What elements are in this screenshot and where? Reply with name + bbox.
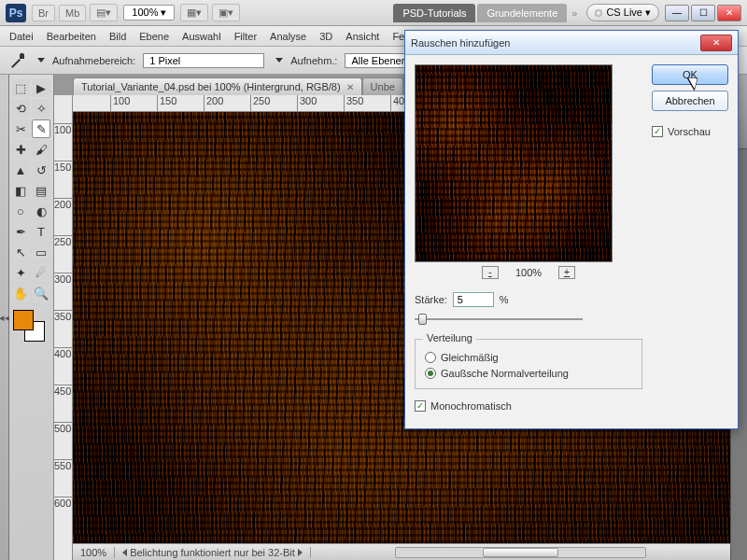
sample-layers-label: Aufnehm.: (290, 55, 337, 66)
zoom-level-select[interactable]: 100% ▾ (123, 5, 175, 21)
screen-mode-button[interactable]: ▣▾ (212, 4, 240, 21)
move-tool-icon[interactable]: ⬚ (11, 78, 30, 97)
marquee-tool-icon[interactable]: ▶ (32, 78, 50, 97)
caret-down-icon[interactable] (275, 58, 283, 63)
menu-bearbeiten[interactable]: Bearbeiten (47, 31, 96, 42)
brush-tool-icon[interactable]: 🖌 (32, 140, 50, 159)
strength-slider[interactable] (415, 313, 583, 326)
close-tab-icon[interactable]: ✕ (346, 82, 354, 92)
tool-preset-dropdown-icon[interactable] (37, 58, 45, 63)
dodge-tool-icon[interactable]: ◐ (32, 202, 50, 220)
preview-checkbox-row[interactable]: ✓ Vorschau (652, 126, 728, 137)
distribution-legend: Verteilung (423, 332, 476, 343)
path-select-tool-icon[interactable]: ↖ (11, 243, 30, 261)
window-close-button[interactable]: ✕ (717, 5, 741, 21)
type-tool-icon[interactable]: T (32, 222, 50, 241)
cs-live-status-icon (595, 9, 602, 17)
sample-size-select[interactable]: 1 Pixel (143, 53, 264, 68)
view-extras-button[interactable]: ▤▾ (90, 4, 118, 21)
zoom-out-button[interactable]: - (482, 266, 499, 279)
eyedropper-tool-icon[interactable]: ✎ (32, 119, 50, 138)
menu-datei[interactable]: Datei (9, 31, 34, 42)
status-bar: 100% Belichtung funktioniert nur bei 32-… (73, 543, 730, 560)
document-tab-active[interactable]: Tutorial_Variante_04.psd bei 100% (Hinte… (73, 77, 362, 95)
status-zoom[interactable]: 100% (73, 547, 115, 558)
workspace-tab-grundelemente[interactable]: Grundelemente (477, 4, 567, 22)
dialog-titlebar[interactable]: Rauschen hinzufügen ✕ (405, 31, 738, 55)
zoom-tool-icon[interactable]: 🔍 (32, 284, 50, 302)
healing-tool-icon[interactable]: ✚ (11, 140, 30, 159)
hand-tool-icon[interactable]: ✋ (11, 284, 30, 302)
toolbox: ⬚▶ ⟲✧ ✂✎ ✚🖌 ▲↺ ◧▤ ○◐ ✒T ↖▭ ✦☄ ✋🔍 (9, 75, 54, 560)
triangle-left-icon[interactable] (122, 549, 127, 556)
toolbox-collapse-handle[interactable]: ◂◂ (0, 75, 9, 560)
blur-tool-icon[interactable]: ○ (11, 202, 30, 220)
menu-ansicht[interactable]: Ansicht (345, 31, 379, 42)
photoshop-logo-icon: Ps (6, 4, 26, 22)
ok-button[interactable]: OK (652, 64, 728, 85)
document-tab-2[interactable]: Unbe (362, 77, 403, 95)
distribution-group: Verteilung Gleichmäßig Gaußsche Normalve… (415, 339, 642, 389)
percent-label: % (500, 294, 509, 305)
radio-uniform[interactable]: Gleichmäßig (425, 352, 632, 363)
status-message: Belichtung funktioniert nur bei 32-Bit (115, 547, 311, 558)
dialog-close-button[interactable]: ✕ (700, 35, 732, 51)
gradient-tool-icon[interactable]: ▤ (32, 181, 50, 200)
window-minimize-button[interactable]: — (665, 5, 689, 21)
foreground-color-swatch[interactable] (13, 310, 34, 330)
checkbox-checked-icon[interactable]: ✓ (652, 126, 663, 137)
zoom-in-button[interactable]: + (558, 266, 575, 279)
menu-3d[interactable]: 3D (319, 31, 332, 42)
radio-checked-icon[interactable] (425, 368, 436, 379)
strength-input[interactable] (453, 292, 494, 307)
horizontal-scrollbar[interactable] (311, 547, 730, 558)
minibridge-button[interactable]: Mb (59, 5, 86, 21)
dialog-title: Rauschen hinzufügen (411, 37, 510, 49)
cs-live-button[interactable]: CS Live ▾ (586, 4, 659, 21)
menu-bild[interactable]: Bild (109, 31, 126, 42)
triangle-right-icon[interactable] (298, 549, 303, 556)
crop-tool-icon[interactable]: ✂ (11, 119, 30, 138)
workspace-tab-psdtutorials[interactable]: PSD-Tutorials (393, 4, 475, 22)
bridge-button[interactable]: Br (32, 5, 55, 21)
checkbox-checked-icon[interactable]: ✓ (415, 400, 426, 412)
radio-icon[interactable] (425, 352, 436, 363)
arrange-documents-button[interactable]: ▦▾ (180, 4, 208, 21)
eraser-tool-icon[interactable]: ◧ (11, 181, 30, 200)
noise-preview[interactable] (415, 64, 613, 262)
stamp-tool-icon[interactable]: ▲ (11, 161, 30, 179)
strength-label: Stärke: (415, 294, 447, 305)
menu-analyse[interactable]: Analyse (270, 31, 306, 42)
window-maximize-button[interactable]: ☐ (691, 5, 715, 21)
add-noise-dialog: Rauschen hinzufügen ✕ - 100% + Stärke: %… (404, 30, 739, 429)
3d-tool-icon[interactable]: ✦ (11, 263, 30, 282)
cancel-button[interactable]: Abbrechen (652, 91, 728, 111)
menu-auswahl[interactable]: Auswahl (182, 31, 221, 42)
preview-zoom-level: 100% (515, 267, 542, 278)
app-titlebar: Ps Br Mb ▤▾ 100% ▾ ▦▾ ▣▾ PSD-Tutorials G… (0, 0, 747, 26)
color-swatches[interactable] (11, 310, 51, 342)
history-brush-tool-icon[interactable]: ↺ (32, 161, 50, 179)
menu-filter[interactable]: Filter (234, 31, 257, 42)
pen-tool-icon[interactable]: ✒ (11, 222, 30, 241)
3d-camera-tool-icon[interactable]: ☄ (32, 263, 50, 282)
sample-size-label: Aufnahmebereich: (52, 55, 135, 66)
shape-tool-icon[interactable]: ▭ (32, 243, 50, 261)
monochrome-checkbox-row[interactable]: ✓ Monochromatisch (415, 400, 642, 412)
vertical-ruler: 100 150 200 250 300 350 400 450 500 550 … (54, 95, 73, 560)
radio-gaussian[interactable]: Gaußsche Normalverteilung (425, 368, 632, 379)
workspace-overflow-icon[interactable]: » (568, 7, 581, 19)
menu-ebene[interactable]: Ebene (139, 31, 169, 42)
eyedropper-tool-icon[interactable] (7, 51, 26, 70)
lasso-tool-icon[interactable]: ⟲ (11, 99, 30, 118)
magic-wand-tool-icon[interactable]: ✧ (32, 99, 50, 118)
